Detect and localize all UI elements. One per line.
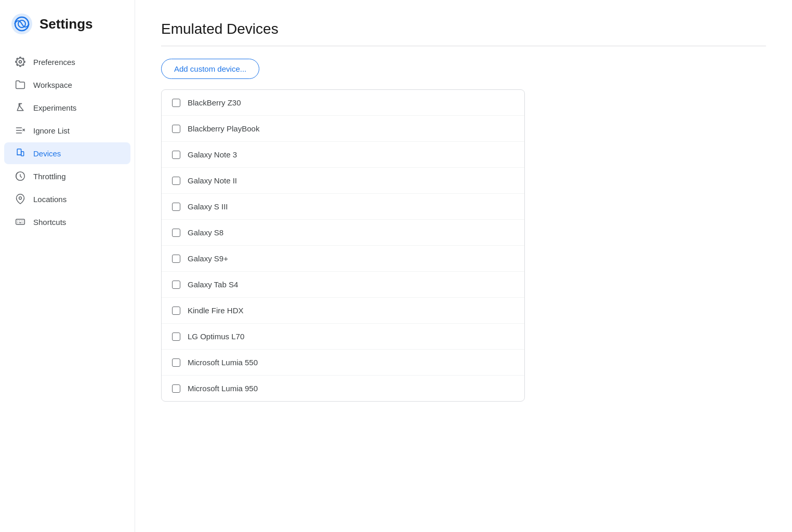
device-label: Galaxy S III: [188, 202, 228, 211]
svg-rect-16: [16, 219, 25, 224]
device-label: Blackberry PlayBook: [188, 124, 259, 133]
svg-rect-12: [21, 152, 24, 156]
list-item[interactable]: BlackBerry Z30: [162, 90, 524, 116]
sidebar-item-throttling[interactable]: Throttling: [4, 165, 130, 187]
list-item[interactable]: Galaxy S III: [162, 194, 524, 220]
nav-list: Preferences Workspace Experiments Ignore…: [0, 50, 135, 234]
add-custom-device-button[interactable]: Add custom device...: [161, 59, 259, 79]
settings-title: Settings: [39, 16, 93, 32]
device-icon: [15, 148, 26, 159]
sidebar-header: Settings: [0, 12, 135, 50]
device-label: Kindle Fire HDX: [188, 306, 244, 315]
list-item[interactable]: Galaxy Tab S4: [162, 272, 524, 298]
location-icon: [15, 193, 26, 205]
device-label: BlackBerry Z30: [188, 98, 241, 107]
list-item[interactable]: Microsoft Lumia 950: [162, 376, 524, 401]
device-checkbox-microsoft-lumia-550[interactable]: [172, 358, 180, 367]
sidebar-item-label: Devices: [33, 149, 61, 158]
device-label: Microsoft Lumia 950: [188, 384, 258, 393]
sidebar-item-label: Locations: [33, 195, 67, 204]
sidebar: Settings Preferences Workspace Experimen…: [0, 0, 135, 532]
device-label: Microsoft Lumia 550: [188, 358, 258, 367]
sidebar-item-ignore-list[interactable]: Ignore List: [4, 119, 130, 141]
sidebar-item-experiments[interactable]: Experiments: [4, 97, 130, 118]
sidebar-item-devices[interactable]: Devices: [4, 142, 130, 164]
list-x-icon: [15, 125, 26, 136]
sidebar-item-preferences[interactable]: Preferences: [4, 51, 130, 73]
device-checkbox-galaxy-s9-plus[interactable]: [172, 255, 180, 263]
device-label: Galaxy Tab S4: [188, 280, 238, 289]
device-label: Galaxy S8: [188, 228, 223, 237]
device-label: LG Optimus L70: [188, 332, 244, 341]
device-checkbox-galaxy-s-iii[interactable]: [172, 203, 180, 211]
list-item[interactable]: Microsoft Lumia 550: [162, 350, 524, 376]
sidebar-item-label: Preferences: [33, 58, 75, 66]
sidebar-item-label: Shortcuts: [33, 218, 66, 227]
device-checkbox-lg-optimus-l70[interactable]: [172, 332, 180, 341]
device-checkbox-microsoft-lumia-950[interactable]: [172, 384, 180, 393]
list-item[interactable]: Galaxy S8: [162, 220, 524, 246]
sidebar-item-label: Throttling: [33, 172, 66, 181]
title-divider: [161, 46, 766, 46]
device-checkbox-blackberry-z30[interactable]: [172, 99, 180, 107]
svg-rect-11: [17, 149, 21, 155]
page-title: Emulated Devices: [161, 21, 766, 37]
svg-point-15: [19, 197, 22, 200]
folder-icon: [15, 79, 26, 90]
device-checkbox-galaxy-note-ii[interactable]: [172, 177, 180, 185]
device-checkbox-kindle-fire-hdx[interactable]: [172, 307, 180, 315]
svg-point-4: [19, 61, 22, 63]
device-checkbox-galaxy-s8[interactable]: [172, 229, 180, 237]
device-checkbox-galaxy-tab-s4[interactable]: [172, 281, 180, 289]
list-item[interactable]: Kindle Fire HDX: [162, 298, 524, 324]
main-content: Emulated Devices Add custom device... Bl…: [135, 0, 792, 532]
device-label: Galaxy S9+: [188, 254, 228, 263]
list-item[interactable]: LG Optimus L70: [162, 324, 524, 350]
sidebar-item-locations[interactable]: Locations: [4, 188, 130, 210]
sidebar-item-workspace[interactable]: Workspace: [4, 74, 130, 96]
list-item[interactable]: Galaxy Note 3: [162, 142, 524, 168]
sidebar-item-label: Ignore List: [33, 126, 70, 135]
sidebar-item-shortcuts[interactable]: Shortcuts: [4, 211, 130, 233]
keyboard-icon: [15, 216, 26, 228]
device-label: Galaxy Note II: [188, 176, 237, 185]
flask-icon: [15, 102, 26, 113]
device-checkbox-blackberry-playbook[interactable]: [172, 125, 180, 133]
sidebar-item-label: Workspace: [33, 81, 72, 89]
devices-list: BlackBerry Z30 Blackberry PlayBook Galax…: [161, 89, 525, 402]
throttle-icon: [15, 170, 26, 182]
device-checkbox-galaxy-note-3[interactable]: [172, 151, 180, 159]
list-item[interactable]: Galaxy S9+: [162, 246, 524, 272]
list-item[interactable]: Blackberry PlayBook: [162, 116, 524, 142]
app-logo: [10, 12, 33, 35]
sidebar-item-label: Experiments: [33, 103, 76, 112]
list-item[interactable]: Galaxy Note II: [162, 168, 524, 194]
gear-icon: [15, 56, 26, 68]
device-label: Galaxy Note 3: [188, 150, 237, 159]
